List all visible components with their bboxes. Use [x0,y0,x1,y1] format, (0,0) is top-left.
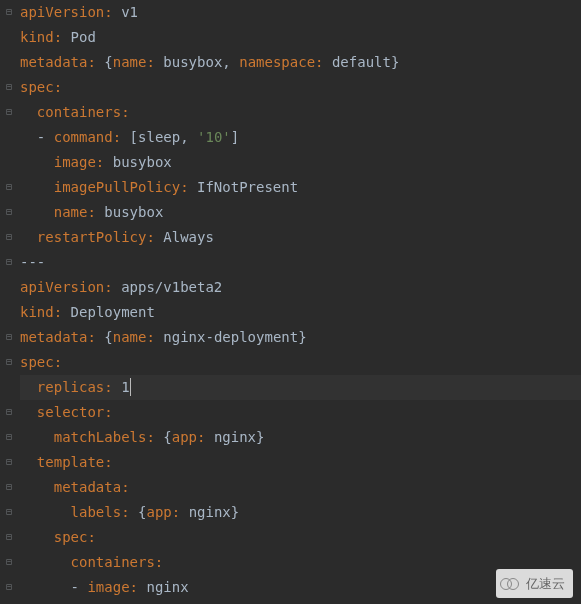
fold-toggle-icon[interactable]: ⊟ [4,257,14,267]
code-line[interactable]: template: [20,450,581,475]
code-line[interactable]: selector: [20,400,581,425]
code-line[interactable]: imagePullPolicy: IfNotPresent [20,175,581,200]
fold-toggle-icon[interactable]: ⊟ [4,232,14,242]
fold-toggle-icon[interactable]: ⊟ [4,107,14,117]
code-line[interactable]: matchLabels: {app: nginx} [20,425,581,450]
code-line[interactable]: name: busybox [20,200,581,225]
code-line[interactable]: spec: [20,525,581,550]
watermark-text: 亿速云 [526,571,565,596]
fold-toggle-icon[interactable]: ⊟ [4,557,14,567]
code-editor[interactable]: ⊟⊟⊟⊟⊟⊟⊟⊟⊟⊟⊟⊟⊟⊟⊟⊟⊟ apiVersion: v1kind: Po… [0,0,581,604]
fold-toggle-icon[interactable]: ⊟ [4,7,14,17]
cloud-icon [500,577,520,591]
code-line[interactable]: apiVersion: v1 [20,0,581,25]
fold-toggle-icon[interactable]: ⊟ [4,532,14,542]
fold-toggle-icon[interactable]: ⊟ [4,357,14,367]
fold-toggle-icon[interactable]: ⊟ [4,432,14,442]
code-line[interactable]: spec: [20,350,581,375]
code-line[interactable]: replicas: 1 [20,375,581,400]
code-line[interactable]: spec: [20,75,581,100]
fold-gutter[interactable]: ⊟⊟⊟⊟⊟⊟⊟⊟⊟⊟⊟⊟⊟⊟⊟⊟⊟ [0,0,18,604]
code-line[interactable]: labels: {app: nginx} [20,500,581,525]
text-cursor [130,378,131,396]
fold-toggle-icon[interactable]: ⊟ [4,332,14,342]
fold-toggle-icon[interactable]: ⊟ [4,182,14,192]
fold-toggle-icon[interactable]: ⊟ [4,507,14,517]
fold-toggle-icon[interactable]: ⊟ [4,407,14,417]
code-line[interactable]: image: busybox [20,150,581,175]
code-line[interactable]: kind: Pod [20,25,581,50]
code-line[interactable]: - command: [sleep, '10'] [20,125,581,150]
fold-toggle-icon[interactable]: ⊟ [4,482,14,492]
code-area[interactable]: apiVersion: v1kind: Podmetadata: {name: … [18,0,581,604]
code-line[interactable]: metadata: [20,475,581,500]
fold-toggle-icon[interactable]: ⊟ [4,582,14,592]
code-line[interactable]: restartPolicy: Always [20,225,581,250]
fold-toggle-icon[interactable]: ⊟ [4,82,14,92]
code-line[interactable]: --- [20,250,581,275]
code-line[interactable]: metadata: {name: busybox, namespace: def… [20,50,581,75]
code-line[interactable]: apiVersion: apps/v1beta2 [20,275,581,300]
code-line[interactable]: kind: Deployment [20,300,581,325]
fold-toggle-icon[interactable]: ⊟ [4,207,14,217]
code-line[interactable]: metadata: {name: nginx-deployment} [20,325,581,350]
watermark-badge: 亿速云 [496,569,573,598]
code-line[interactable]: containers: [20,100,581,125]
fold-toggle-icon[interactable]: ⊟ [4,457,14,467]
